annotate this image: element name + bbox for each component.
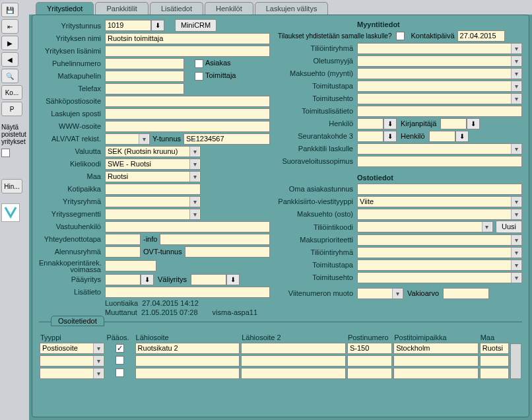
yritysryhma-select[interactable]	[105, 196, 201, 207]
pankkitili-select[interactable]	[357, 143, 522, 155]
toimituslisa-input[interactable]	[357, 106, 522, 117]
addr-maa[interactable]: Ruotsi	[480, 343, 509, 354]
maksuehto-m-select[interactable]	[357, 68, 522, 79]
telefax-input[interactable]	[105, 83, 184, 94]
exit-icon[interactable]: ⇤	[1, 19, 18, 34]
valiyritys-lookup[interactable]: ⬇	[226, 274, 240, 285]
addr-paaos-checkbox[interactable]	[116, 356, 124, 365]
ovt-input[interactable]	[185, 246, 270, 258]
tiliointikoodi-select[interactable]	[357, 221, 493, 232]
tab-henkilot[interactable]: Henkilöt	[205, 2, 253, 15]
kirjanpitaja-input[interactable]	[440, 118, 467, 129]
yritystunnus-lookup[interactable]: ⬇	[151, 20, 164, 31]
kielikoodi-select[interactable]: SWE - Ruotsi	[105, 158, 201, 170]
seurantakohde-lookup[interactable]: ⬇	[383, 131, 397, 142]
suoraveloitus-input[interactable]	[357, 156, 522, 167]
toimittaja-checkbox[interactable]	[195, 72, 203, 81]
addr-katu[interactable]	[135, 368, 240, 379]
tab-pankkitilit[interactable]: Pankkitilit	[95, 2, 148, 15]
uusi-button[interactable]: Uusi	[496, 221, 522, 233]
seurantakohde-input[interactable]	[357, 131, 383, 142]
label-henkilo2: Henkilö	[397, 132, 429, 140]
addr-ptp[interactable]	[393, 355, 479, 367]
addr-maa[interactable]	[480, 355, 509, 367]
yhteydenotto-input[interactable]	[105, 234, 141, 245]
addr-katu[interactable]	[135, 355, 240, 367]
henkilo-lookup[interactable]: ⬇	[383, 118, 397, 129]
addr-postinro[interactable]: S-150	[347, 343, 392, 354]
info-input[interactable]	[160, 234, 270, 245]
www-input[interactable]	[105, 121, 270, 132]
tiliointiryhma2-select[interactable]	[357, 247, 522, 258]
asiakas-checkbox[interactable]	[195, 59, 203, 68]
hin-button[interactable]: Hin...	[1, 179, 22, 193]
tab-laskujen-valitys[interactable]: Laskujen välitys	[255, 2, 329, 15]
maksuehto-o-select[interactable]	[357, 209, 522, 220]
yrityssegmentti-select[interactable]	[105, 209, 201, 220]
addr-postinro[interactable]	[347, 368, 392, 379]
lisatieto-input[interactable]	[105, 287, 270, 298]
ennakko-input[interactable]	[105, 260, 156, 271]
nimi-input[interactable]: Ruotsin toimittaja	[105, 33, 270, 44]
tilaukset-checkbox[interactable]	[396, 32, 405, 40]
addr-katu2[interactable]	[241, 355, 346, 367]
pankkisiirto-select[interactable]: Viite	[357, 196, 522, 207]
valiyritys-input[interactable]	[191, 274, 226, 285]
valuutta-select[interactable]: SEK (Ruotsin kruunu)	[105, 146, 201, 157]
toimitustapa-select[interactable]	[357, 81, 522, 92]
henkilo2-input[interactable]	[429, 131, 455, 142]
addr-paaos-checkbox[interactable]	[116, 344, 124, 353]
addr-tyyppi[interactable]	[40, 355, 104, 367]
alennusryhma-input[interactable]	[105, 246, 141, 258]
addr-maa[interactable]	[480, 368, 509, 379]
addr-ptp[interactable]	[393, 368, 479, 379]
ytunnus-input[interactable]: SE1234567	[183, 133, 270, 145]
search-icon[interactable]: 🔍	[1, 69, 18, 83]
puhelin-input[interactable]	[105, 58, 184, 69]
yritystunnus-input[interactable]: 1019	[105, 20, 151, 31]
p-button[interactable]: P	[1, 102, 22, 116]
prev-icon[interactable]: ◀	[1, 52, 18, 67]
label-kontaktipaiva: Kontaktipäivä	[409, 32, 457, 40]
addr-katu2[interactable]	[241, 368, 346, 379]
ko-button[interactable]: Ko...	[1, 85, 22, 100]
next-icon[interactable]: ▶	[1, 36, 18, 50]
paayritys-input[interactable]	[105, 274, 141, 285]
addr-scrollbar[interactable]	[510, 343, 521, 379]
save-icon[interactable]: 💾	[1, 3, 18, 17]
toimitustapa2-select[interactable]	[357, 260, 522, 271]
alv-select[interactable]	[105, 133, 150, 145]
tab-lisatiedot[interactable]: Lisätiedot	[150, 2, 203, 15]
addr-postinro[interactable]	[347, 355, 392, 367]
viitenumeron-select[interactable]	[357, 288, 403, 299]
oletusmyyja-select[interactable]	[357, 55, 522, 67]
kotipaikka-input[interactable]	[105, 184, 201, 195]
matkapuhelin-input[interactable]	[105, 71, 184, 82]
maa-select[interactable]: Ruotsi	[105, 171, 201, 182]
oma-asiakas-input[interactable]	[357, 184, 522, 195]
toimitusehto-select[interactable]	[357, 93, 522, 104]
laskujen-sposti-input[interactable]	[105, 108, 270, 120]
vastuuhenkilo-input[interactable]	[105, 221, 270, 232]
kontaktipaiva-input[interactable]: 27.04.2015	[457, 30, 505, 42]
henkilo-input[interactable]	[357, 118, 383, 129]
tab-yritystiedot[interactable]: Yritystiedot	[36, 2, 94, 15]
toimitusehto2-select[interactable]	[357, 272, 522, 283]
tiliointiryhma-select[interactable]	[357, 43, 522, 54]
addr-paaos-checkbox[interactable]	[116, 368, 124, 377]
minicrm-button[interactable]: MiniCRM	[175, 19, 216, 32]
addr-tyyppi[interactable]	[40, 368, 104, 379]
addr-katu[interactable]: Ruotsikatu 2	[135, 343, 240, 354]
lisanimi-input[interactable]	[105, 46, 270, 57]
addr-ptp[interactable]: Stockholm	[393, 343, 479, 354]
address-table: Tyyppi Pääos. Lähiosoite Lähiosoite 2 Po…	[39, 333, 522, 380]
sposti-input[interactable]	[105, 96, 270, 107]
paayritys-lookup[interactable]: ⬇	[141, 274, 154, 285]
kirjanpitaja-lookup[interactable]: ⬇	[467, 118, 480, 129]
henkilo2-lookup[interactable]: ⬇	[455, 131, 469, 142]
addr-katu2[interactable]	[241, 343, 346, 354]
maksuprio-select[interactable]	[357, 234, 522, 246]
show-deleted-checkbox[interactable]	[1, 149, 10, 157]
vakioarvo-input[interactable]	[443, 288, 489, 299]
addr-tyyppi[interactable]: Postiosoite	[40, 343, 104, 354]
